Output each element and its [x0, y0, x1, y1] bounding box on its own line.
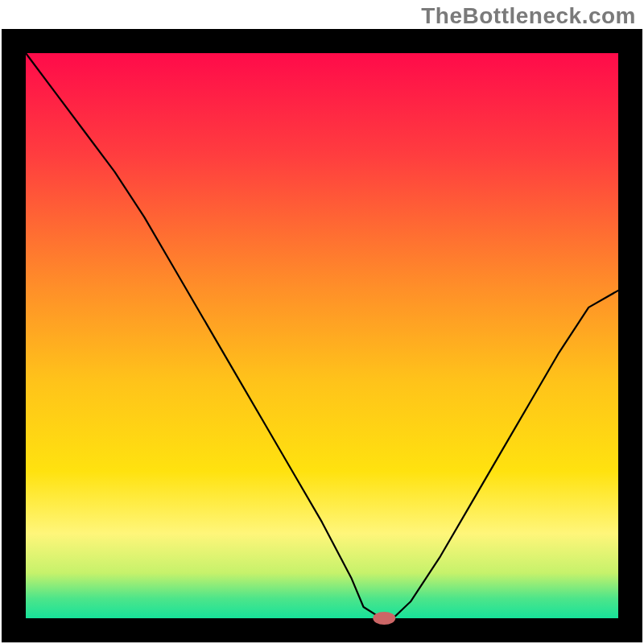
bottleneck-chart: TheBottleneck.com — [0, 0, 644, 644]
chart-background — [26, 53, 618, 618]
watermark-label: TheBottleneck.com — [421, 3, 636, 29]
chart-canvas — [0, 0, 644, 644]
optimal-point-marker — [373, 612, 395, 625]
